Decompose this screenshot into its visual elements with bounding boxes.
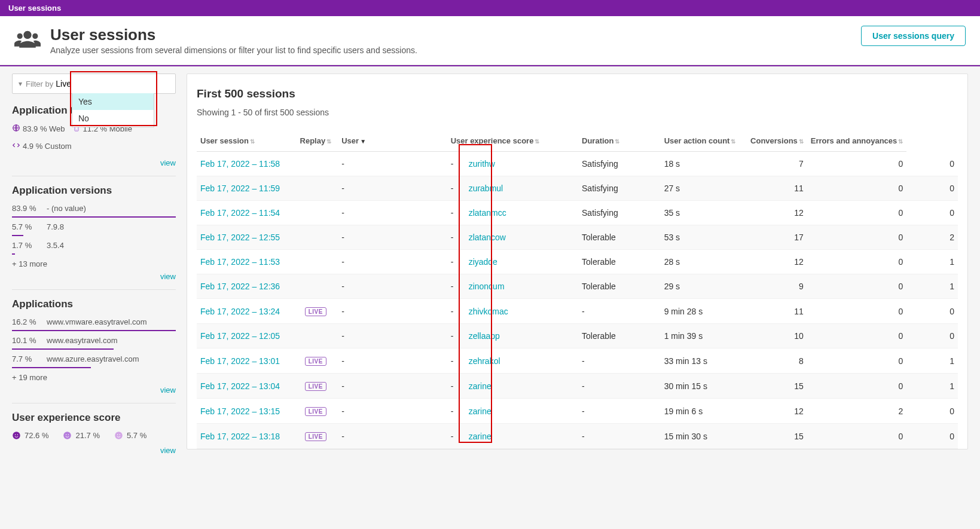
bar-track <box>12 348 176 350</box>
session-timestamp-link[interactable]: Feb 17, 2022 – 13:01 <box>200 356 280 366</box>
table-row[interactable]: Feb 17, 2022 – 11:54--zlatanmccSatisfyin… <box>197 201 958 225</box>
view-link-ux[interactable]: view <box>160 446 176 455</box>
conversions-cell: 0 <box>807 348 907 374</box>
replay-status: - <box>338 176 447 201</box>
session-timestamp-link[interactable]: Feb 17, 2022 – 11:58 <box>200 159 280 169</box>
user-link[interactable]: zlatanmcc <box>469 208 506 218</box>
action-count-cell: 11 <box>739 176 807 201</box>
table-row[interactable]: Feb 17, 2022 – 12:36--zinoncumTolerable2… <box>197 274 958 299</box>
session-timestamp-link[interactable]: Feb 17, 2022 – 11:54 <box>200 208 280 218</box>
app-type-item: 83.9 % Web <box>12 124 65 134</box>
session-timestamp-link[interactable]: Feb 17, 2022 – 11:59 <box>200 184 280 193</box>
user-link[interactable]: zinoncum <box>469 282 505 291</box>
user-link[interactable]: zurabmul <box>469 184 503 193</box>
bar-percent: 5.7 % <box>12 222 39 231</box>
content-area: ▾ Filter by Yes No Application type 83.9… <box>0 66 980 479</box>
user-link[interactable]: zarine <box>469 432 491 441</box>
replay-cell: LIVE <box>293 424 338 449</box>
user-link[interactable]: ziyadde <box>469 257 497 267</box>
action-count-cell: 11 <box>739 299 807 324</box>
conversions-cell: 0 <box>807 424 907 449</box>
table-row[interactable]: Feb 17, 2022 – 13:01LIVE--zehrakol-33 mi… <box>197 348 958 374</box>
more-link[interactable]: + 13 more <box>12 259 176 268</box>
conversions-cell: 0 <box>807 201 907 225</box>
duration-cell: 30 min 15 s <box>661 374 740 399</box>
col-conversions[interactable]: Conversions⇅ <box>739 130 807 152</box>
table-row[interactable]: Feb 17, 2022 – 11:58--zurithwSatisfying1… <box>197 152 958 176</box>
more-link[interactable]: + 19 more <box>12 373 176 382</box>
session-timestamp-link[interactable]: Feb 17, 2022 – 12:36 <box>200 282 280 291</box>
session-timestamp-link[interactable]: Feb 17, 2022 – 13:18 <box>200 432 280 441</box>
bar-track <box>12 330 176 331</box>
view-link-app-versions[interactable]: view <box>160 272 176 281</box>
col-user-session[interactable]: User session⇅ <box>197 130 293 152</box>
svg-point-3 <box>13 432 20 439</box>
col-replay[interactable]: Replay⇅ <box>293 130 338 152</box>
table-row[interactable]: Feb 17, 2022 – 13:04LIVE--zarine-30 min … <box>197 374 958 399</box>
user-link[interactable]: zehrakol <box>469 356 500 366</box>
replay-cell <box>293 324 338 348</box>
filter-option-yes[interactable]: Yes <box>72 93 154 110</box>
bar-track <box>12 216 176 218</box>
divider <box>12 403 176 403</box>
session-timestamp-link[interactable]: Feb 17, 2022 – 13:04 <box>200 381 280 391</box>
col-user[interactable]: User▼ <box>338 130 447 152</box>
table-row[interactable]: Feb 17, 2022 – 11:53--ziyaddeTolerable28… <box>197 250 958 274</box>
ux-score-cell: Tolerable <box>578 274 661 299</box>
duration-cell: 28 s <box>661 250 740 274</box>
live-badge: LIVE <box>305 407 326 416</box>
bar-fill <box>12 348 114 350</box>
duration-cell: 18 s <box>661 152 740 176</box>
live-badge: LIVE <box>305 382 326 391</box>
session-timestamp-link[interactable]: Feb 17, 2022 – 13:24 <box>200 307 280 316</box>
errors-cell: 0 <box>906 152 958 176</box>
col-action-count[interactable]: User action count⇅ <box>661 130 740 152</box>
filter-option-no[interactable]: No <box>72 110 154 127</box>
bar-label: 3.5.4 <box>47 241 176 250</box>
view-link-applications[interactable]: view <box>160 386 176 395</box>
table-row[interactable]: Feb 17, 2022 – 12:05--zellaappTolerable1… <box>197 324 958 348</box>
session-timestamp-link[interactable]: Feb 17, 2022 – 12:05 <box>200 331 280 341</box>
user-link[interactable]: zhivkomac <box>469 307 508 316</box>
action-count-cell: 15 <box>739 374 807 399</box>
filter-bar[interactable]: ▾ Filter by <box>12 74 176 94</box>
bar-row: 16.2 %www.vmware.easytravel.com <box>12 317 176 326</box>
conversions-cell: 0 <box>807 324 907 348</box>
sessions-panel: First 500 sessions Showing 1 - 50 of fir… <box>187 74 968 450</box>
replay-cell <box>293 225 338 250</box>
user-link[interactable]: zarine <box>469 381 491 391</box>
table-row[interactable]: Feb 17, 2022 – 13:18LIVE--zarine-15 min … <box>197 424 958 449</box>
replay-status: - <box>338 324 447 348</box>
user-link[interactable]: zlatancow <box>469 233 506 242</box>
user-link[interactable]: zarine <box>469 406 491 416</box>
errors-cell: 1 <box>906 374 958 399</box>
filter-input[interactable] <box>56 79 169 88</box>
col-ux-score[interactable]: User experience score⇅ <box>447 130 578 152</box>
table-row[interactable]: Feb 17, 2022 – 13:15LIVE--zarine-19 min … <box>197 399 958 424</box>
session-timestamp-link[interactable]: Feb 17, 2022 – 13:15 <box>200 406 280 416</box>
conversions-cell: 0 <box>807 225 907 250</box>
replay-dash: - <box>451 159 469 169</box>
ux-score-cell: Tolerable <box>578 250 661 274</box>
svg-point-11 <box>120 435 121 436</box>
duration-cell: 35 s <box>661 201 740 225</box>
replay-cell: LIVE <box>293 299 338 324</box>
session-timestamp-link[interactable]: Feb 17, 2022 – 12:55 <box>200 233 280 242</box>
sessions-subtitle: Showing 1 - 50 of first 500 sessions <box>197 108 958 117</box>
session-timestamp-link[interactable]: Feb 17, 2022 – 11:53 <box>200 257 280 267</box>
table-row[interactable]: Feb 17, 2022 – 12:55--zlatancowTolerable… <box>197 225 958 250</box>
errors-cell: 0 <box>906 324 958 348</box>
ux-score-cell: Satisfying <box>578 152 661 176</box>
user-link[interactable]: zellaapp <box>469 331 500 341</box>
errors-cell: 0 <box>906 424 958 449</box>
svg-point-10 <box>117 435 118 436</box>
view-link-app-type[interactable]: view <box>160 158 176 167</box>
table-row[interactable]: Feb 17, 2022 – 13:24LIVE--zhivkomac-9 mi… <box>197 299 958 324</box>
app-type-text: 83.9 % Web <box>23 124 65 133</box>
user-sessions-query-button[interactable]: User sessions query <box>861 26 966 46</box>
col-errors[interactable]: Errors and annoyances⇅ <box>807 130 907 152</box>
bar-label: www.easytravel.com <box>47 336 176 345</box>
user-link[interactable]: zurithw <box>469 159 495 169</box>
col-duration[interactable]: Duration⇅ <box>578 130 661 152</box>
table-row[interactable]: Feb 17, 2022 – 11:59--zurabmulSatisfying… <box>197 176 958 201</box>
